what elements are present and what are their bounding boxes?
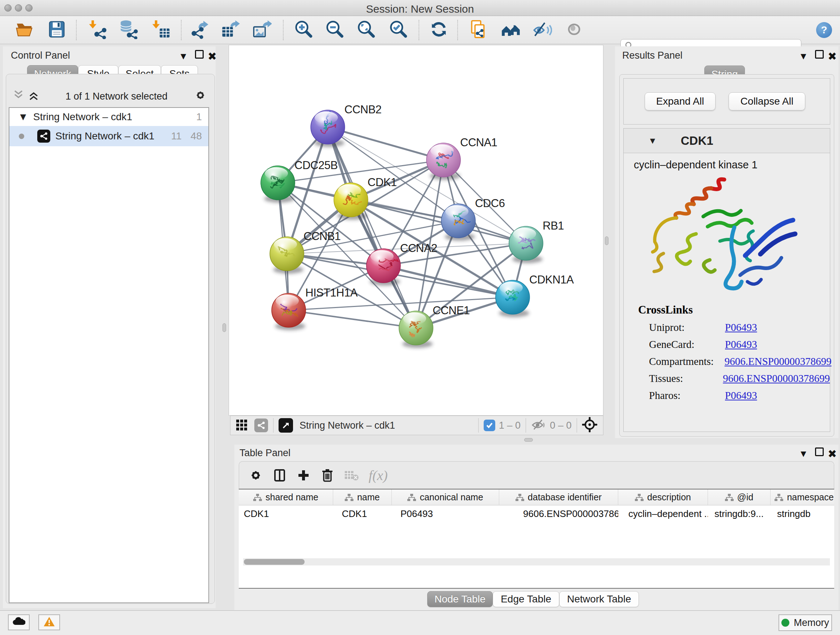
crosslink-link[interactable]: P06493 xyxy=(725,321,757,333)
window-title: Session: New Session xyxy=(0,3,840,15)
import-network-button[interactable] xyxy=(88,19,109,41)
table-settings-gear-icon[interactable] xyxy=(248,468,263,483)
scrollbar-thumb[interactable] xyxy=(244,559,305,565)
show-all-networks-button[interactable] xyxy=(500,19,521,41)
crosslinks-heading: CrossLinks xyxy=(638,303,830,317)
table-panel-title: Table Panel xyxy=(240,448,291,459)
panel-menu-button[interactable]: ▼ xyxy=(179,51,188,62)
table-row[interactable]: CDK1 CDK1 P06493 9606.ENSP00000378699 cy… xyxy=(239,505,834,522)
graph-edge xyxy=(328,127,444,160)
copy-network-button[interactable] xyxy=(468,19,489,41)
table-toolbar: f(x) xyxy=(239,461,834,489)
memory-label: Memory xyxy=(794,617,829,629)
zoom-out-button[interactable] xyxy=(325,19,346,41)
graph-node-cdc6: CDC6 xyxy=(441,197,505,238)
tab-network-table[interactable]: Network Table xyxy=(559,591,639,607)
left-splitter-handle[interactable] xyxy=(223,323,226,332)
section-collapse-icon[interactable]: ▼ xyxy=(648,136,657,146)
delete-table-icon[interactable] xyxy=(344,469,359,482)
network-view-canvas[interactable]: CCNB2CCNA1CDC25BCDK1CDC6RB1CCNB1CCNA2CDK… xyxy=(229,45,603,416)
hidden-count: 0 – 0 xyxy=(550,420,572,431)
network-row[interactable]: String Network – cdk1 11 48 xyxy=(9,126,208,146)
tree-expand-icon[interactable]: ▼ xyxy=(18,111,28,123)
graph-node-label: HIST1H1A xyxy=(305,287,358,299)
column-header[interactable]: name xyxy=(333,489,392,505)
crosslink-link[interactable]: 9606.ENSP00000378699 xyxy=(723,372,830,385)
show-columns-icon[interactable] xyxy=(272,468,287,483)
warnings-button[interactable] xyxy=(38,614,60,630)
network-graph-svg: CCNB2CCNA1CDC25BCDK1CDC6RB1CCNB1CCNA2CDK… xyxy=(229,45,603,415)
crosslink-link[interactable]: P06493 xyxy=(725,390,757,402)
panel-menu-button[interactable]: ▼ xyxy=(799,51,808,62)
export-image-button[interactable] xyxy=(251,19,272,41)
column-header[interactable]: description xyxy=(618,489,708,505)
export-network-button[interactable] xyxy=(189,19,210,41)
cloud-status-button[interactable] xyxy=(8,614,30,630)
zoom-in-button[interactable] xyxy=(294,19,314,41)
save-session-button[interactable] xyxy=(46,19,67,41)
panel-close-button[interactable]: ✖ xyxy=(828,448,837,460)
help-button[interactable]: ? xyxy=(813,19,835,41)
eye-slash-icon xyxy=(532,19,552,41)
table-header-row: shared name name canonical name database… xyxy=(239,489,834,505)
collapse-all-networks-icon[interactable] xyxy=(13,89,24,103)
panel-close-button[interactable]: ✖ xyxy=(208,50,217,63)
collapse-all-button[interactable]: Collapse All xyxy=(729,92,805,111)
network-share-icon[interactable] xyxy=(254,418,268,432)
toolbar-separator xyxy=(283,20,284,40)
zoom-selected-button[interactable] xyxy=(388,19,409,41)
import-database-button[interactable] xyxy=(118,19,139,41)
panel-close-button[interactable]: ✖ xyxy=(828,50,837,63)
show-hidden-button[interactable] xyxy=(564,19,584,41)
panel-menu-button[interactable]: ▼ xyxy=(799,448,808,459)
function-builder-icon[interactable]: f(x) xyxy=(369,467,388,483)
toolbar-separator xyxy=(478,418,478,432)
cdk1-section-header[interactable]: ▼ CDK1 xyxy=(624,128,830,153)
memory-button[interactable]: Memory xyxy=(778,614,832,631)
import-table-button[interactable] xyxy=(151,19,172,41)
toolbar-separator xyxy=(181,20,182,40)
birds-eye-view-icon[interactable] xyxy=(279,418,293,432)
crosslink-link[interactable]: 9606.ENSP00000378699 xyxy=(725,356,832,367)
column-header[interactable]: shared name xyxy=(239,489,333,505)
delete-column-trash-icon[interactable] xyxy=(320,468,335,483)
column-header[interactable]: @id xyxy=(708,489,771,505)
crosshair-icon[interactable] xyxy=(582,417,597,434)
table-tabs: Node Table Edge Table Network Table xyxy=(234,589,838,610)
bottom-splitter-handle[interactable] xyxy=(524,438,533,442)
tab-edge-table[interactable]: Edge Table xyxy=(493,591,559,607)
tab-node-table[interactable]: Node Table xyxy=(427,591,493,607)
open-session-button[interactable] xyxy=(14,19,35,41)
toolbar-separator xyxy=(273,418,273,432)
column-header[interactable]: namespace xyxy=(771,489,834,505)
grid-view-icon[interactable] xyxy=(235,418,248,432)
export-table-icon xyxy=(221,19,240,41)
network-node-count: 11 xyxy=(171,130,182,142)
export-table-button[interactable] xyxy=(220,19,241,41)
crosslink-row: Tissues: 9606.ENSP00000378699 xyxy=(649,372,830,385)
hidden-eye-icon[interactable] xyxy=(531,418,546,432)
column-header[interactable]: canonical name xyxy=(392,489,499,505)
network-selection-summary: 1 of 1 Network selected xyxy=(39,91,194,102)
graph-node-label: CCNB1 xyxy=(303,230,341,242)
column-header[interactable]: database identifier xyxy=(499,489,618,505)
expand-all-button[interactable]: Expand All xyxy=(645,92,715,111)
network-collection-row[interactable]: ▼ String Network – cdk1 1 xyxy=(9,108,208,126)
network-options-gear-icon[interactable] xyxy=(194,89,207,104)
crosslink-link[interactable]: P06493 xyxy=(725,339,757,350)
graph-node-label: CCNB2 xyxy=(344,103,382,116)
apply-layout-button[interactable] xyxy=(428,19,449,41)
graph-node-label: CDC25B xyxy=(294,159,338,172)
expand-all-networks-icon[interactable] xyxy=(28,89,39,103)
selected-checkbox-icon[interactable] xyxy=(484,420,495,431)
panel-float-button[interactable] xyxy=(195,50,204,61)
right-splitter-handle[interactable] xyxy=(605,236,608,245)
hide-selected-button[interactable] xyxy=(532,19,553,41)
add-column-icon[interactable] xyxy=(296,468,311,483)
horizontal-scrollbar[interactable] xyxy=(243,558,830,565)
panel-float-button[interactable] xyxy=(815,50,824,61)
crosslink-label: GeneCard: xyxy=(649,339,714,350)
panel-float-button[interactable] xyxy=(815,448,824,459)
zoom-fit-button[interactable] xyxy=(356,19,377,41)
warning-triangle-icon xyxy=(43,616,55,629)
